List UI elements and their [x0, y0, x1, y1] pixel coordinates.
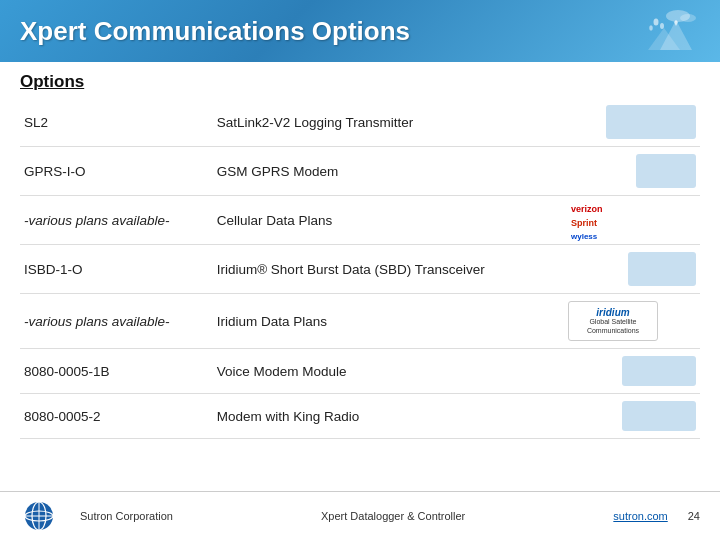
option-image	[564, 98, 700, 147]
svg-point-3	[660, 23, 664, 29]
isbd-image	[628, 252, 696, 286]
table-row: ISBD-1-O Iridium® Short Burst Data (SBD)…	[20, 245, 700, 294]
option-code: 8080-0005-1B	[20, 349, 213, 394]
table-row: -various plans available- Cellular Data …	[20, 196, 700, 245]
iridium-subtitle: Global SatelliteCommunications	[587, 318, 639, 335]
product-name: Xpert Datalogger & Controller	[173, 510, 613, 522]
mountain-icon	[644, 6, 700, 56]
footer: Sutron Corporation Xpert Datalogger & Co…	[0, 491, 720, 540]
table-row: 8080-0005-2 Modem with King Radio	[20, 394, 700, 439]
website-link[interactable]: sutron.com	[613, 510, 667, 522]
option-image: verizon Sprint wyless	[564, 196, 700, 245]
option-image	[564, 349, 700, 394]
svg-point-1	[680, 14, 696, 22]
cellular-image: verizon Sprint wyless	[568, 203, 658, 237]
voicemodem-image	[622, 356, 696, 386]
svg-point-2	[654, 19, 659, 26]
table-row: GPRS-I-O GSM GPRS Modem	[20, 147, 700, 196]
option-code: GPRS-I-O	[20, 147, 213, 196]
verizon-brand: verizon	[568, 203, 606, 215]
section-title: Options	[20, 72, 700, 92]
iridium-brand: iridium	[596, 307, 629, 318]
option-image	[564, 394, 700, 439]
sutron-logo	[20, 498, 74, 534]
options-table: SL2 SatLink2-V2 Logging Transmitter GPRS…	[20, 98, 700, 439]
iridium-image: iridium Global SatelliteCommunications	[568, 301, 658, 341]
option-image: iridium Global SatelliteCommunications	[564, 294, 700, 349]
sprint-brand: Sprint	[568, 217, 600, 229]
svg-point-4	[649, 25, 653, 31]
header: Xpert Communications Options	[0, 0, 720, 62]
gprs-image	[636, 154, 696, 188]
option-code: -various plans available-	[20, 294, 213, 349]
wyless-brand: wyless	[568, 231, 600, 242]
table-row: SL2 SatLink2-V2 Logging Transmitter	[20, 98, 700, 147]
option-code: SL2	[20, 98, 213, 147]
option-description: Cellular Data Plans	[213, 196, 564, 245]
option-description: Modem with King Radio	[213, 394, 564, 439]
option-description: SatLink2-V2 Logging Transmitter	[213, 98, 564, 147]
table-row: 8080-0005-1B Voice Modem Module	[20, 349, 700, 394]
table-row: -various plans available- Iridium Data P…	[20, 294, 700, 349]
option-code: 8080-0005-2	[20, 394, 213, 439]
option-description: Iridium® Short Burst Data (SBD) Transcei…	[213, 245, 564, 294]
company-name: Sutron Corporation	[80, 510, 173, 522]
option-description: GSM GPRS Modem	[213, 147, 564, 196]
kingratio-image	[622, 401, 696, 431]
option-image	[564, 245, 700, 294]
option-description: Voice Modem Module	[213, 349, 564, 394]
option-description: Iridium Data Plans	[213, 294, 564, 349]
page-title: Xpert Communications Options	[20, 16, 410, 47]
satlink-image	[606, 105, 696, 139]
option-code: -various plans available-	[20, 196, 213, 245]
main-content: Options SL2 SatLink2-V2 Logging Transmit…	[0, 62, 720, 439]
option-code: ISBD-1-O	[20, 245, 213, 294]
page-number: 24	[688, 510, 700, 522]
option-image	[564, 147, 700, 196]
